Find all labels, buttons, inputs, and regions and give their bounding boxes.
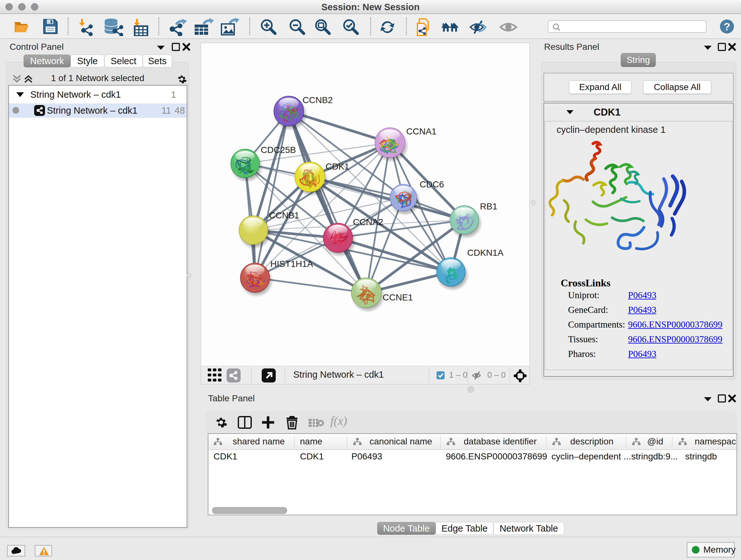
svg-text:CCNE1: CCNE1 <box>383 293 413 302</box>
svg-text:HIST1H1A: HIST1H1A <box>270 259 313 269</box>
svg-text:CDKN1A: CDKN1A <box>467 248 503 258</box>
svg-text:RB1: RB1 <box>480 201 497 211</box>
svg-text:CCNA1: CCNA1 <box>406 126 436 136</box>
svg-text:CDK1: CDK1 <box>326 162 349 172</box>
svg-text:CCNA2: CCNA2 <box>353 217 383 227</box>
svg-text:CCNB2: CCNB2 <box>302 95 333 105</box>
svg-text:CDC25B: CDC25B <box>261 145 296 155</box>
svg-text:CDC6: CDC6 <box>420 179 444 189</box>
svg-text:CCNB1: CCNB1 <box>269 210 299 220</box>
